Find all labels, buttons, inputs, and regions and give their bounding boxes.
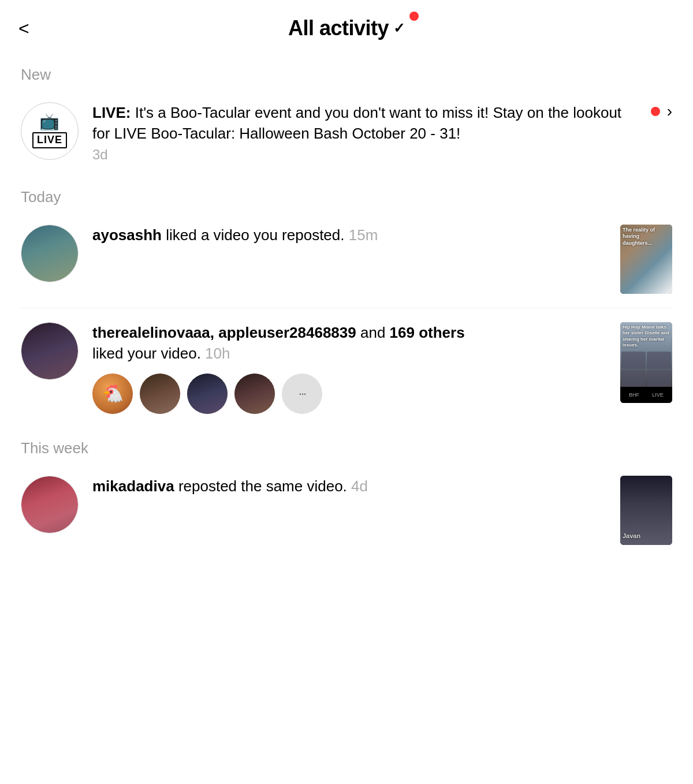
ayosashh-time: 15m	[349, 226, 378, 244]
mikadadiva-right: Javan	[620, 476, 672, 545]
mikadadiva-avatar	[21, 476, 79, 533]
therealelinovaaa-text: therealelinovaaa, appleuser28468839 and …	[92, 322, 606, 364]
therealelinovaaa-content: therealelinovaaa, appleuser28468839 and …	[92, 322, 606, 414]
sub-avatar-4	[234, 374, 275, 414]
thumb-overlay-text2: Hip Hop Miami talks her sister Giselle a…	[623, 324, 670, 349]
ayosashh-avatar	[21, 225, 79, 282]
more-avatars-button[interactable]: ···	[282, 374, 322, 414]
therealelinovaaa-notification[interactable]: therealelinovaaa, appleuser28468839 and …	[0, 311, 693, 425]
live-notif-right: ›	[651, 102, 672, 121]
dropdown-chevron-icon: ✓	[393, 20, 405, 36]
section-label-today: Today	[0, 174, 693, 213]
page-title: All activity	[288, 16, 389, 40]
live-label: LIVE	[32, 132, 67, 148]
mikadadiva-action: reposted the same video.	[178, 477, 351, 495]
therealelinovaaa-thumb: Hip Hop Miami talks her sister Giselle a…	[620, 322, 672, 403]
live-notification[interactable]: 📺 LIVE LIVE: It's a Boo-Tacular event an…	[0, 91, 693, 174]
sub-avatar-1: 🐔	[92, 374, 133, 414]
mikadadiva-text: mikadadiva reposted the same video. 4d	[92, 476, 606, 496]
ayosashh-content: ayosashh liked a video you reposted. 15m	[92, 225, 606, 245]
tv-icon: 📺	[39, 114, 59, 130]
live-notif-text: LIVE: It's a Boo-Tacular event and you d…	[92, 102, 637, 144]
thumb-bottom-bar: BHF LIVE	[620, 387, 672, 403]
ayosashh-action: liked a video you reposted.	[166, 226, 349, 244]
thumb-bar-text2: LIVE	[652, 392, 664, 398]
therealelinovaaa-and: and	[360, 324, 390, 341]
back-button[interactable]: <	[18, 19, 29, 38]
section-label-this-week: This week	[0, 425, 693, 464]
live-avatar: 📺 LIVE	[21, 102, 79, 160]
therealelinovaaa-right: Hip Hop Miami talks her sister Giselle a…	[620, 322, 672, 403]
live-notif-content: LIVE: It's a Boo-Tacular event and you d…	[92, 102, 637, 163]
thumb-overlay-text: The reality of having daughters...	[623, 227, 670, 247]
header: < All activity ✓	[0, 0, 693, 52]
thumb-overlay-text3: Javan	[623, 532, 670, 540]
therealelinovaaa-time: 10h	[205, 345, 230, 362]
ayosashh-notification[interactable]: ayosashh liked a video you reposted. 15m…	[0, 213, 693, 305]
sub-avatars-row: 🐔 ···	[92, 374, 606, 414]
therealelinovaaa-usernames: therealelinovaaa, appleuser28468839	[92, 324, 356, 341]
live-bold: LIVE:	[92, 104, 131, 121]
ayosashh-text: ayosashh liked a video you reposted. 15m	[92, 225, 606, 245]
sub-avatar-3	[187, 374, 228, 414]
mikadadiva-thumb: Javan	[620, 476, 672, 545]
sub-avatar-2	[140, 374, 180, 414]
ayosashh-right: The reality of having daughters...	[620, 225, 672, 294]
mikadadiva-content: mikadadiva reposted the same video. 4d	[92, 476, 606, 496]
mikadadiva-notification[interactable]: mikadadiva reposted the same video. 4d J…	[0, 464, 693, 557]
section-label-new: New	[0, 52, 693, 91]
notification-dot	[409, 12, 419, 21]
mikadadiva-username: mikadadiva	[92, 477, 174, 495]
unread-dot	[651, 107, 660, 116]
live-message: It's a Boo-Tacular event and you don't w…	[92, 104, 621, 142]
live-icon: 📺 LIVE	[32, 114, 67, 148]
mikadadiva-time: 4d	[351, 477, 368, 495]
thumb-bar-text1: BHF	[629, 392, 639, 398]
header-title-wrap[interactable]: All activity ✓	[288, 16, 405, 40]
therealelinovaaa-action: liked your video.	[92, 345, 205, 362]
chevron-right-icon: ›	[667, 102, 672, 121]
therealelinovaaa-avatar	[21, 322, 79, 380]
ayosashh-username: ayosashh	[92, 226, 162, 244]
therealelinovaaa-others: 169 others	[390, 324, 465, 341]
divider-1	[21, 308, 672, 308]
live-notif-time: 3d	[92, 147, 637, 163]
ayosashh-thumb: The reality of having daughters...	[620, 225, 672, 294]
